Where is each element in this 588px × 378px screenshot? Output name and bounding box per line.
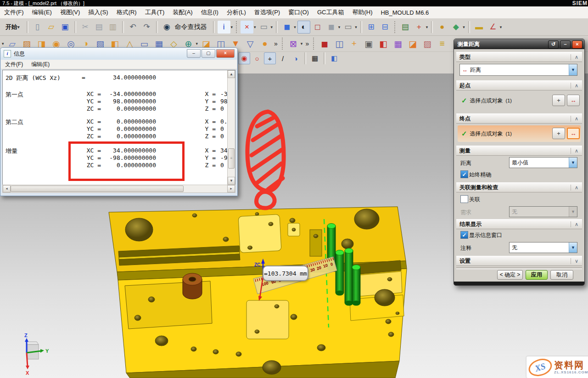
- scrollbar-thumb[interactable]: [11, 186, 184, 192]
- section-associative[interactable]: 关联测量和检查 ∧: [456, 182, 582, 192]
- scroll-down-arrow[interactable]: ▼: [228, 177, 235, 185]
- toolbar-overflow-icon[interactable]: »: [305, 40, 309, 47]
- section-measure[interactable]: 测量 ∧: [456, 146, 582, 156]
- show-hide-dropdown-arrow[interactable]: ▾: [254, 25, 256, 29]
- window-split-icon[interactable]: ⊞: [365, 21, 378, 34]
- scroll-left-arrow[interactable]: ◂: [3, 185, 11, 192]
- snap-point-icon[interactable]: +: [264, 52, 276, 64]
- snap-line-icon[interactable]: /: [277, 52, 289, 64]
- menu-gc-toolbox[interactable]: GC工具箱: [313, 8, 348, 17]
- section-start-point[interactable]: 起点 ∧: [456, 80, 582, 90]
- menu-information[interactable]: 信息(I): [197, 8, 223, 17]
- chevron-up-icon[interactable]: ∧: [571, 83, 582, 89]
- point-dialog-button[interactable]: +: [552, 95, 565, 106]
- type-select[interactable]: ↔ 距离 ▼: [459, 64, 577, 76]
- vertical-scrollbar[interactable]: ▲ ≡ ▼: [227, 70, 235, 185]
- menu-analysis[interactable]: 分析(L): [223, 8, 250, 17]
- window-new-icon[interactable]: ⊟: [379, 21, 392, 34]
- visual-effects-dropdown-arrow[interactable]: ▾: [463, 25, 465, 29]
- associative-checkbox[interactable]: [460, 195, 468, 203]
- show-hide-icon[interactable]: ×: [241, 21, 253, 34]
- distance-option-select[interactable]: 最小值 ▼: [509, 157, 577, 168]
- measure-angle-dropdown-arrow[interactable]: ▾: [500, 25, 502, 29]
- ok-button[interactable]: < 确定 >: [497, 270, 523, 280]
- part-navigator-icon[interactable]: ▤: [399, 21, 412, 34]
- display-mode-icon[interactable]: ▭: [258, 21, 270, 34]
- section-results[interactable]: 结果显示 ∧: [456, 219, 582, 229]
- pull-face-icon[interactable]: +: [347, 37, 361, 51]
- minimize-button[interactable]: –: [187, 49, 201, 58]
- information-dropdown-arrow[interactable]: ▾: [231, 25, 233, 29]
- annotation-select[interactable]: 无 ▼: [509, 242, 577, 253]
- annotation-arrow[interactable]: ▼: [569, 243, 577, 253]
- chevron-up-icon[interactable]: ∧: [571, 54, 582, 60]
- patch-body-icon[interactable]: ▦: [391, 37, 405, 51]
- info-menu-edit[interactable]: 编辑(E): [27, 61, 54, 68]
- always-exact-checkbox[interactable]: ✓: [460, 170, 468, 178]
- face-analysis-icon[interactable]: ◐: [297, 21, 310, 34]
- synchronous-move-icon[interactable]: ◫: [332, 37, 346, 51]
- cancel-button[interactable]: 取消: [550, 270, 573, 280]
- menu-file[interactable]: 文件(F): [0, 8, 28, 17]
- undo-icon[interactable]: ↶: [127, 21, 140, 34]
- delete-face-dropdown-arrow[interactable]: ▾: [301, 41, 303, 46]
- end-measure-point-button[interactable]: ↔: [567, 128, 580, 139]
- horizontal-scrollbar[interactable]: ◂ ▸: [2, 185, 235, 193]
- dialog-resize-bar[interactable]: [454, 282, 584, 285]
- menu-tools[interactable]: 工具(T): [141, 8, 169, 17]
- chevron-up-icon[interactable]: ∧: [571, 148, 582, 154]
- wcs-orient-dropdown-arrow[interactable]: ▾: [426, 25, 428, 29]
- show-info-window-checkbox[interactable]: ✓: [460, 231, 468, 239]
- menu-view[interactable]: 视图(V): [56, 8, 84, 17]
- menu-edit[interactable]: 编辑(E): [28, 8, 56, 17]
- background-color-icon[interactable]: ▭: [342, 21, 354, 34]
- start-menu-button[interactable]: 开始 ▾: [2, 21, 24, 33]
- pin-view-icon[interactable]: ◻: [311, 21, 324, 34]
- menu-preferences[interactable]: 首选项(P): [250, 8, 284, 17]
- redo-icon[interactable]: ↷: [140, 21, 153, 34]
- offset-region-icon[interactable]: ◧: [376, 37, 390, 51]
- copy-icon[interactable]: ▤: [93, 21, 106, 34]
- edge-blend-icon[interactable]: ●: [258, 37, 272, 51]
- start-measure-point-button[interactable]: ↔: [567, 95, 580, 106]
- paste-icon[interactable]: ▥: [106, 21, 119, 34]
- menu-help[interactable]: 帮助(H): [348, 8, 376, 17]
- scrollbar-thumb[interactable]: ≡: [228, 148, 235, 169]
- scroll-up-arrow[interactable]: ▲: [228, 70, 235, 78]
- thicken-icon[interactable]: ▨: [420, 37, 434, 51]
- wireframe-view-icon[interactable]: ◼: [325, 21, 338, 34]
- menu-assemblies[interactable]: 装配(A): [168, 8, 196, 17]
- command-finder-label[interactable]: 命令查找器: [175, 23, 207, 31]
- close-button[interactable]: ×: [216, 49, 235, 58]
- snap-node-icon[interactable]: ○: [251, 52, 263, 64]
- save-icon[interactable]: ▣: [59, 21, 72, 34]
- menu-insert[interactable]: 插入(S): [84, 8, 112, 17]
- new-file-icon[interactable]: ▯: [31, 21, 44, 34]
- datum-csys-icon[interactable]: ◼: [318, 37, 331, 51]
- dialog-titlebar[interactable]: 测量距离 ↺ – ×: [454, 39, 584, 49]
- wcs-display-icon[interactable]: ◧: [328, 52, 340, 64]
- section-settings[interactable]: 设置 ∨: [456, 256, 582, 266]
- minimize-button[interactable]: –: [560, 40, 571, 49]
- measure-angle-icon[interactable]: ∠: [487, 21, 499, 34]
- wireframe-view-dropdown-arrow[interactable]: ▾: [338, 25, 341, 29]
- cut-icon[interactable]: ✂: [79, 21, 92, 34]
- measure-distance-icon[interactable]: ▬: [473, 21, 486, 34]
- info-window-titlebar[interactable]: i 信息 – ▢ ×: [0, 48, 237, 60]
- feature-history-dropdown-arrow[interactable]: ▾: [2, 41, 4, 46]
- display-mode-dropdown-arrow[interactable]: ▾: [271, 25, 273, 29]
- boolean-unite-dropdown-arrow[interactable]: ▾: [196, 41, 198, 46]
- apply-button[interactable]: 应用: [526, 270, 548, 280]
- shaded-view-icon[interactable]: ◼: [280, 21, 293, 34]
- open-folder-icon[interactable]: ▱: [45, 21, 58, 34]
- roles-palette-icon[interactable]: ●: [436, 21, 448, 34]
- wave-link-icon[interactable]: ≡: [435, 37, 449, 51]
- chevron-up-icon[interactable]: ∧: [571, 116, 582, 122]
- command-finder-icon[interactable]: ◉: [161, 21, 174, 34]
- info-menu-file[interactable]: 文件(F): [1, 61, 27, 68]
- shaded-view-dropdown-arrow[interactable]: ▾: [294, 25, 296, 29]
- offset-surface-icon[interactable]: ◪: [406, 37, 420, 51]
- distance-option-arrow[interactable]: ▼: [569, 158, 577, 168]
- chevron-up-icon[interactable]: ∧: [571, 221, 582, 227]
- visual-effects-icon[interactable]: ◆: [449, 21, 462, 34]
